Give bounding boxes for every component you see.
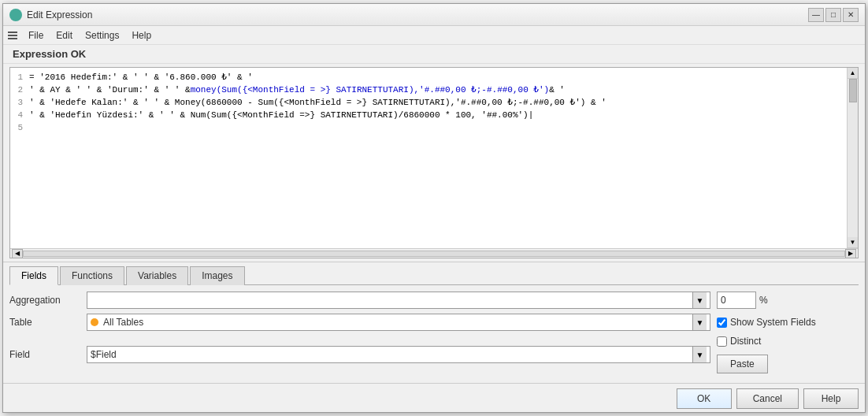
editor-line-2: 2 ' & AY & ' ' & 'Durum:' & ' ' & money(… xyxy=(13,84,844,96)
hscroll-track[interactable] xyxy=(23,251,845,257)
field-combo[interactable]: $Field ▼ xyxy=(87,346,710,363)
show-system-fields-label: Show System Fields xyxy=(730,317,816,328)
right-options-panel: Show System Fields xyxy=(717,317,859,328)
expression-ok-text: Expression OK xyxy=(13,48,86,60)
menu-edit[interactable]: Edit xyxy=(50,28,79,43)
aggregation-combo[interactable]: ▼ xyxy=(87,292,710,309)
table-combo[interactable]: All Tables ▼ xyxy=(87,314,710,331)
action-buttons-bar: OK Cancel Help xyxy=(3,383,865,412)
editor-horizontal-scrollbar[interactable]: ◀ ▶ xyxy=(10,248,858,258)
field-combo-arrow[interactable]: ▼ xyxy=(692,347,707,362)
menu-settings[interactable]: Settings xyxy=(79,28,125,43)
percent-spinner[interactable]: 0 xyxy=(717,292,756,309)
bottom-section: Fields Functions Variables Images Aggreg… xyxy=(3,262,865,380)
field-label: Field xyxy=(9,349,80,360)
show-system-fields-row: Show System Fields xyxy=(717,317,859,328)
editor-line-5: 5 xyxy=(13,121,844,134)
hscroll-right-arrow[interactable]: ▶ xyxy=(845,249,856,258)
editor-line-1: 1 = '2016 Hedefim:' & ' ' & '6.860.000 ₺… xyxy=(13,71,844,84)
close-button[interactable]: ✕ xyxy=(843,8,859,22)
aggregation-combo-arrow[interactable]: ▼ xyxy=(692,292,707,308)
cancel-button[interactable]: Cancel xyxy=(736,388,799,409)
distinct-checkbox[interactable] xyxy=(717,336,727,347)
tab-variables[interactable]: Variables xyxy=(126,266,188,285)
menu-bar: File Edit Settings Help xyxy=(3,26,865,45)
field-value: $Field xyxy=(91,349,692,360)
percent-label: % xyxy=(759,295,768,306)
distinct-row: Distinct xyxy=(717,336,859,347)
menu-icon xyxy=(6,30,19,41)
aggregation-label: Aggregation xyxy=(9,295,80,306)
window-title: Edit Expression xyxy=(27,9,808,20)
table-value: All Tables xyxy=(103,317,692,328)
percent-spinner-row: 0 % xyxy=(717,292,859,309)
editor-scroll-area[interactable]: 1 = '2016 Hedefim:' & ' ' & '6.860.000 ₺… xyxy=(10,68,847,248)
expression-status: Expression OK xyxy=(3,45,865,64)
main-window: Edit Expression — □ ✕ File Edit Settings… xyxy=(2,3,866,413)
title-buttons: — □ ✕ xyxy=(808,8,859,22)
scroll-down-arrow[interactable]: ▼ xyxy=(848,237,858,248)
distinct-label: Distinct xyxy=(730,336,761,347)
maximize-button[interactable]: □ xyxy=(825,8,841,22)
menu-help[interactable]: Help xyxy=(125,28,158,43)
minimize-button[interactable]: — xyxy=(808,8,824,22)
ok-button[interactable]: OK xyxy=(677,388,732,409)
paste-button[interactable]: Paste xyxy=(717,355,768,373)
menu-file[interactable]: File xyxy=(22,28,50,43)
tab-fields[interactable]: Fields xyxy=(9,266,58,285)
table-dot-icon xyxy=(91,318,98,326)
table-combo-arrow[interactable]: ▼ xyxy=(692,314,707,330)
help-button[interactable]: Help xyxy=(803,388,859,409)
window-icon xyxy=(9,9,22,21)
hscroll-left-arrow[interactable]: ◀ xyxy=(12,249,23,258)
tab-images[interactable]: Images xyxy=(190,266,244,285)
tab-functions[interactable]: Functions xyxy=(60,266,124,285)
show-system-fields-checkbox[interactable] xyxy=(717,318,727,328)
tab-bar: Fields Functions Variables Images xyxy=(9,262,859,285)
title-bar: Edit Expression — □ ✕ xyxy=(3,4,865,26)
table-label: Table xyxy=(9,317,80,328)
editor-line-3: 3 ' & 'Hedefe Kalan:' & ' ' & Money(6860… xyxy=(13,96,844,109)
editor-line-4: 4 ' & 'Hedefin Yüzdesi:' & ' ' & Num(Sum… xyxy=(13,109,844,121)
scroll-up-arrow[interactable]: ▲ xyxy=(848,68,858,79)
scroll-thumb[interactable] xyxy=(849,79,857,102)
expression-editor[interactable]: 1 = '2016 Hedefim:' & ' ' & '6.860.000 ₺… xyxy=(9,67,859,258)
editor-vertical-scrollbar[interactable]: ▲ ▼ xyxy=(847,68,858,248)
fields-panel: Aggregation ▼ 0 % Table All Tables ▼ xyxy=(9,292,859,373)
scroll-track[interactable] xyxy=(848,79,858,237)
